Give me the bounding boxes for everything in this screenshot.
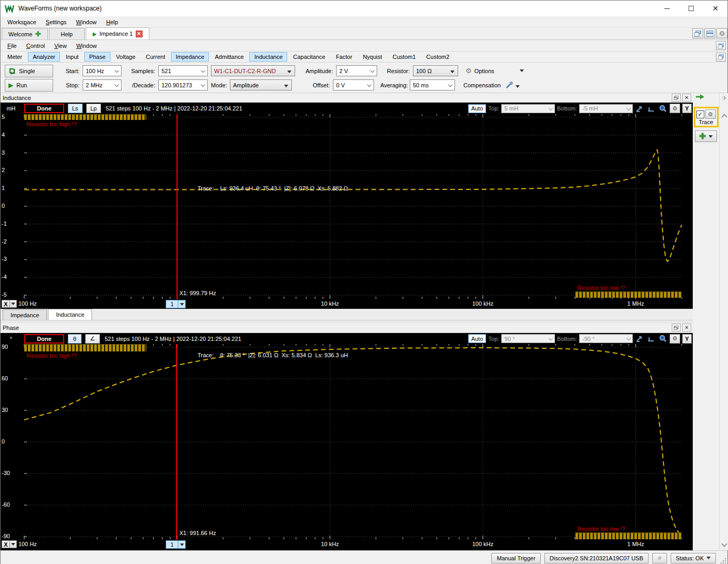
phase-plot-area[interactable]: 9060300-30-60-90 Resistor too high !? Re… bbox=[1, 344, 693, 540]
run-button[interactable]: ▶ Run bbox=[5, 79, 53, 92]
scroll-down-icon[interactable] bbox=[721, 541, 727, 547]
float-view-icon[interactable] bbox=[716, 53, 726, 62]
inductance-done-button[interactable]: Done bbox=[24, 104, 64, 113]
close-panel-icon[interactable]: ✕ bbox=[682, 324, 691, 331]
compensation-wand-icon[interactable] bbox=[505, 81, 513, 89]
tab-impedance-1[interactable]: ▶ Impedance 1 ✕ bbox=[86, 27, 149, 39]
nav-custom2[interactable]: Custom2 bbox=[421, 52, 454, 62]
minimize-button[interactable]: ─ bbox=[655, 1, 679, 16]
triangle-down-icon bbox=[287, 70, 291, 73]
ls-button[interactable]: Ls bbox=[68, 104, 83, 113]
zoom-icon[interactable] bbox=[658, 104, 668, 113]
phase-cursor-handle[interactable]: 1 bbox=[166, 540, 186, 549]
scroll-up-icon[interactable] bbox=[721, 114, 727, 119]
device-icon-button[interactable] bbox=[652, 553, 667, 563]
nav-analyzer[interactable]: Analyzer bbox=[28, 52, 60, 62]
angle-button[interactable]: ∠ bbox=[85, 334, 100, 344]
phase-auto-button[interactable]: Auto bbox=[468, 334, 487, 343]
fit-data-icon[interactable] bbox=[635, 335, 644, 343]
menu-workspace[interactable]: Workspace bbox=[3, 18, 41, 26]
nav-phase[interactable]: Phase bbox=[84, 52, 110, 62]
nav-nyquist[interactable]: Nyquist bbox=[358, 52, 387, 62]
nav-input[interactable]: Input bbox=[61, 52, 83, 62]
add-channel-button[interactable]: ✚ bbox=[695, 130, 717, 142]
inductance-top-combobox[interactable]: 5 mH bbox=[501, 104, 555, 113]
tab-close-icon[interactable]: ✕ bbox=[136, 31, 143, 37]
manual-trigger-button[interactable]: Manual Trigger bbox=[491, 553, 540, 563]
trace-visible-checkbox[interactable]: ✓ bbox=[696, 110, 704, 118]
nav-meter[interactable]: Meter bbox=[3, 52, 27, 62]
chevron-down-icon bbox=[115, 83, 119, 87]
menu-help[interactable]: Help bbox=[102, 18, 123, 26]
detach-all-icon[interactable]: ⬗ bbox=[722, 94, 726, 101]
expand-rail-icon[interactable] bbox=[696, 94, 704, 100]
menu-window[interactable]: Window bbox=[72, 18, 102, 26]
nav-inductance[interactable]: Inductance bbox=[249, 52, 287, 62]
align-axis-icon[interactable] bbox=[646, 335, 656, 343]
amplitude-combobox[interactable]: 2 V bbox=[336, 65, 377, 76]
status-button[interactable]: Status: OK bbox=[671, 553, 716, 563]
start-combobox[interactable]: 100 Hz bbox=[83, 65, 122, 76]
tab-inductance-view[interactable]: Inductance bbox=[48, 309, 92, 320]
float-panel-icon[interactable] bbox=[672, 324, 681, 331]
tab-impedance-view[interactable]: Impedance bbox=[3, 309, 47, 320]
tab-help[interactable]: Help bbox=[49, 28, 85, 39]
topology-dropdown[interactable]: W1-C1-DUT-C2-R-GND bbox=[211, 65, 295, 76]
plot-gear-icon[interactable]: ⚙ bbox=[670, 104, 680, 113]
options-dropdown-icon[interactable] bbox=[520, 69, 524, 72]
compensation-label[interactable]: Compensation bbox=[463, 82, 501, 88]
phase-top-combobox[interactable]: 90 ° bbox=[501, 334, 555, 343]
mode-dropdown[interactable]: Amplitude bbox=[230, 79, 292, 90]
stop-combobox[interactable]: 2 MHz bbox=[83, 79, 122, 90]
theta-button[interactable]: θ bbox=[68, 334, 82, 344]
inductance-auto-button[interactable]: Auto bbox=[468, 104, 487, 113]
float-panel-icon[interactable] bbox=[672, 94, 681, 102]
inductance-plot-area[interactable]: 543210-1-2-3-4-5 Resistor too high !? Re… bbox=[1, 114, 693, 299]
decade-combobox[interactable]: 120.901273 bbox=[158, 79, 208, 90]
averaging-combobox[interactable]: 50 ms bbox=[410, 79, 455, 90]
workspace-gear-icon[interactable]: ⚙ bbox=[716, 28, 727, 38]
nav-capacitance[interactable]: Capacitance bbox=[288, 52, 330, 62]
cascade-windows-icon[interactable] bbox=[692, 28, 703, 38]
maximize-button[interactable]: ☐ bbox=[679, 1, 703, 16]
nav-impedance[interactable]: Impedance bbox=[171, 52, 209, 62]
offset-combobox[interactable]: 0 V bbox=[333, 79, 374, 90]
phase-bottom-combobox[interactable]: -90 ° bbox=[579, 334, 633, 343]
menu-file[interactable]: File bbox=[3, 42, 22, 50]
resistor-dropdown[interactable]: 100 Ω bbox=[413, 65, 458, 76]
trace-gear-icon[interactable]: ⚙ bbox=[705, 109, 716, 119]
fit-data-icon[interactable] bbox=[635, 104, 644, 113]
close-button[interactable]: ✕ bbox=[703, 1, 727, 16]
tile-windows-icon[interactable] bbox=[704, 28, 715, 38]
single-button[interactable]: Single bbox=[5, 65, 53, 77]
compensation-dropdown-icon[interactable] bbox=[515, 85, 520, 88]
menu-window-2[interactable]: Window bbox=[72, 42, 102, 50]
nav-custom1[interactable]: Custom1 bbox=[388, 52, 420, 62]
close-panel-icon[interactable]: ✕ bbox=[682, 94, 691, 102]
nav-voltage[interactable]: Voltage bbox=[112, 52, 140, 62]
inductance-cursor-handle[interactable]: 1 bbox=[166, 300, 186, 308]
menu-view[interactable]: View bbox=[49, 42, 72, 50]
menu-settings[interactable]: Settings bbox=[41, 18, 72, 26]
undock-icon[interactable] bbox=[716, 41, 726, 50]
rail-scrollbar[interactable]: ⬗ bbox=[719, 93, 728, 550]
resize-grip[interactable] bbox=[720, 558, 726, 564]
inductance-bottom-combobox[interactable]: -5 mH bbox=[579, 104, 633, 113]
zoom-icon[interactable] bbox=[658, 335, 668, 343]
phase-y-button[interactable]: Y bbox=[682, 334, 692, 344]
nav-current[interactable]: Current bbox=[141, 52, 170, 62]
x-axis-button[interactable]: X bbox=[2, 540, 17, 548]
nav-factor[interactable]: Factor bbox=[331, 52, 357, 62]
menu-control[interactable]: Control bbox=[22, 42, 49, 50]
align-axis-icon[interactable] bbox=[646, 104, 656, 113]
options-label[interactable]: Options bbox=[474, 68, 494, 74]
device-button[interactable]: Discovery2 SN:210321A19C07 USB bbox=[544, 553, 649, 563]
x-axis-button[interactable]: X bbox=[2, 300, 17, 308]
samples-combobox[interactable]: 521 bbox=[158, 65, 208, 76]
phase-done-button[interactable]: Done bbox=[24, 334, 64, 344]
nav-admittance[interactable]: Admittance bbox=[210, 52, 248, 62]
inductance-y-button[interactable]: Y bbox=[682, 104, 692, 113]
lp-button[interactable]: Lp bbox=[86, 104, 101, 113]
plot-gear-icon[interactable]: ⚙ bbox=[670, 334, 680, 344]
tab-welcome[interactable]: Welcome ✚ bbox=[2, 28, 48, 39]
